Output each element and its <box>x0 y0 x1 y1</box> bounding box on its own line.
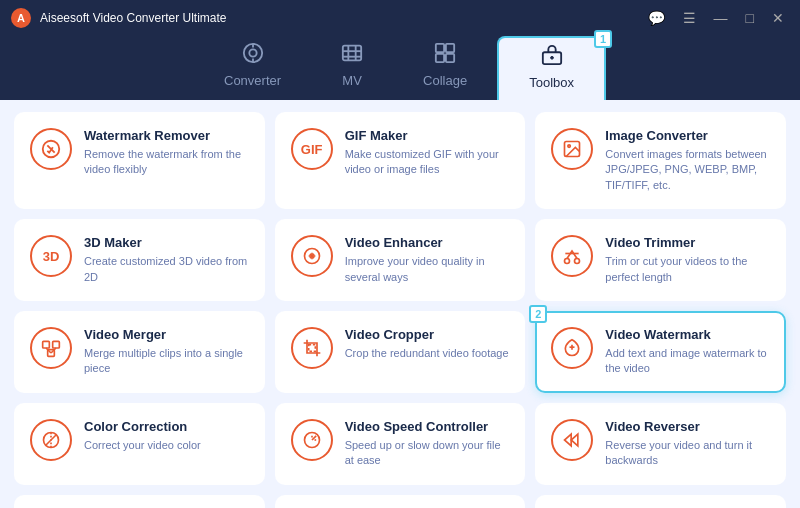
nav-tabs-container: Converter MV <box>0 36 800 100</box>
svg-rect-8 <box>446 44 454 52</box>
3d-maker-icon: 3D <box>30 235 72 277</box>
tab-converter[interactable]: Converter <box>194 36 311 100</box>
tool-card-video-cropper[interactable]: Video Cropper Crop the redundant video f… <box>275 311 526 393</box>
gif-maker-desc: Make customized GIF with your video or i… <box>345 147 510 178</box>
gif-maker-name: GIF Maker <box>345 128 510 143</box>
svg-rect-20 <box>43 341 50 348</box>
image-converter-info: Image Converter Convert images formats b… <box>605 128 770 193</box>
tool-card-video-speed[interactable]: Video Speed Controller Speed up or slow … <box>275 403 526 485</box>
video-speed-icon <box>291 419 333 461</box>
video-trimmer-desc: Trim or cut your videos to the perfect l… <box>605 254 770 285</box>
close-button[interactable]: ✕ <box>766 8 790 28</box>
gif-maker-info: GIF Maker Make customized GIF with your … <box>345 128 510 178</box>
tool-card-video-merger[interactable]: Video Merger Merge multiple clips into a… <box>14 311 265 393</box>
tab-toolbox[interactable]: Toolbox 1 <box>497 36 606 100</box>
tab-collage[interactable]: Collage <box>393 36 497 100</box>
gif-maker-icon: GIF <box>291 128 333 170</box>
tool-card-video-watermark[interactable]: 2 Video Watermark Add text and image wat… <box>535 311 786 393</box>
svg-rect-21 <box>53 341 60 348</box>
tool-card-video-reverser[interactable]: Video Reverser Reverse your video and tu… <box>535 403 786 485</box>
video-reverser-name: Video Reverser <box>605 419 770 434</box>
svg-point-3 <box>249 49 256 56</box>
svg-rect-23 <box>308 345 315 352</box>
title-bar-left: A Aiseesoft Video Converter Ultimate <box>10 7 227 29</box>
3d-maker-info: 3D Maker Create customized 3D video from… <box>84 235 249 285</box>
video-enhancer-info: Video Enhancer Improve your video qualit… <box>345 235 510 285</box>
tool-grid: Watermark Remover Remove the watermark f… <box>14 112 786 508</box>
video-merger-info: Video Merger Merge multiple clips into a… <box>84 327 249 377</box>
maximize-button[interactable]: □ <box>740 8 760 28</box>
video-speed-info: Video Speed Controller Speed up or slow … <box>345 419 510 469</box>
tab-converter-label: Converter <box>224 73 281 88</box>
watermark-remover-name: Watermark Remover <box>84 128 249 143</box>
video-reverser-info: Video Reverser Reverse your video and tu… <box>605 419 770 469</box>
video-cropper-info: Video Cropper Crop the redundant video f… <box>345 327 510 361</box>
tab-mv[interactable]: MV <box>311 36 393 100</box>
image-converter-name: Image Converter <box>605 128 770 143</box>
converter-icon <box>242 42 264 69</box>
video-cropper-name: Video Cropper <box>345 327 510 342</box>
watermark-remover-info: Watermark Remover Remove the watermark f… <box>84 128 249 178</box>
tab-toolbox-label: Toolbox <box>529 75 574 90</box>
watermark-remover-icon <box>30 128 72 170</box>
svg-rect-10 <box>446 54 454 62</box>
tool-card-3d-maker[interactable]: 3D 3D Maker Create customized 3D video f… <box>14 219 265 301</box>
video-enhancer-desc: Improve your video quality in several wa… <box>345 254 510 285</box>
svg-rect-6 <box>343 46 361 61</box>
video-cropper-desc: Crop the redundant video footage <box>345 346 510 361</box>
svg-marker-26 <box>571 434 578 446</box>
toolbox-badge: 1 <box>594 30 612 48</box>
color-correction-info: Color Correction Correct your video colo… <box>84 419 249 453</box>
message-button[interactable]: 💬 <box>642 8 671 28</box>
video-speed-desc: Speed up or slow down your file at ease <box>345 438 510 469</box>
color-correction-desc: Correct your video color <box>84 438 249 453</box>
video-reverser-desc: Reverse your video and turn it backwards <box>605 438 770 469</box>
video-watermark-name: Video Watermark <box>605 327 770 342</box>
tool-card-video-enhancer[interactable]: Video Enhancer Improve your video qualit… <box>275 219 526 301</box>
image-converter-icon <box>551 128 593 170</box>
svg-point-18 <box>565 259 570 264</box>
app-title: Aiseesoft Video Converter Ultimate <box>40 11 227 25</box>
video-watermark-info: Video Watermark Add text and image water… <box>605 327 770 377</box>
video-trimmer-icon <box>551 235 593 277</box>
main-content: Watermark Remover Remove the watermark f… <box>0 100 800 508</box>
video-watermark-desc: Add text and image watermark to the vide… <box>605 346 770 377</box>
video-merger-icon <box>30 327 72 369</box>
video-watermark-icon <box>551 327 593 369</box>
tool-card-volume-booster[interactable]: Volume Booster Adjust the volume of the … <box>275 495 526 508</box>
video-reverser-icon <box>551 419 593 461</box>
tool-card-video-trimmer[interactable]: Video Trimmer Trim or cut your videos to… <box>535 219 786 301</box>
nav-tabs: Converter MV <box>194 36 606 100</box>
video-speed-name: Video Speed Controller <box>345 419 510 434</box>
tool-card-watermark-remover[interactable]: Watermark Remover Remove the watermark f… <box>14 112 265 209</box>
video-cropper-icon <box>291 327 333 369</box>
title-bar: A Aiseesoft Video Converter Ultimate 💬 ☰… <box>0 0 800 36</box>
tab-mv-label: MV <box>342 73 362 88</box>
tool-card-image-converter[interactable]: Image Converter Convert images formats b… <box>535 112 786 209</box>
tab-collage-label: Collage <box>423 73 467 88</box>
svg-text:A: A <box>17 12 25 24</box>
tool-card-gif-maker[interactable]: GIF GIF Maker Make customized GIF with y… <box>275 112 526 209</box>
tool-card-color-correction[interactable]: Color Correction Correct your video colo… <box>14 403 265 485</box>
menu-button[interactable]: ☰ <box>677 8 702 28</box>
tool-card-audio-sync[interactable]: Audio Sync Adjust and sync the audio wit… <box>535 495 786 508</box>
3d-maker-desc: Create customized 3D video from 2D <box>84 254 249 285</box>
video-enhancer-name: Video Enhancer <box>345 235 510 250</box>
tool-card-video-rotator[interactable]: Video Rotator Rotate and flip the video … <box>14 495 265 508</box>
svg-rect-7 <box>436 44 444 52</box>
video-trimmer-info: Video Trimmer Trim or cut your videos to… <box>605 235 770 285</box>
collage-icon <box>434 42 456 69</box>
svg-rect-9 <box>436 54 444 62</box>
video-enhancer-icon <box>291 235 333 277</box>
color-correction-icon <box>30 419 72 461</box>
mv-icon <box>341 42 363 69</box>
video-trimmer-name: Video Trimmer <box>605 235 770 250</box>
watermark-remover-desc: Remove the watermark from the video flex… <box>84 147 249 178</box>
toolbox-icon <box>541 44 563 71</box>
minimize-button[interactable]: — <box>708 8 734 28</box>
svg-point-16 <box>568 145 571 148</box>
title-bar-controls: 💬 ☰ — □ ✕ <box>642 8 790 28</box>
color-correction-name: Color Correction <box>84 419 249 434</box>
watermark-badge: 2 <box>529 305 547 323</box>
svg-point-19 <box>575 259 580 264</box>
